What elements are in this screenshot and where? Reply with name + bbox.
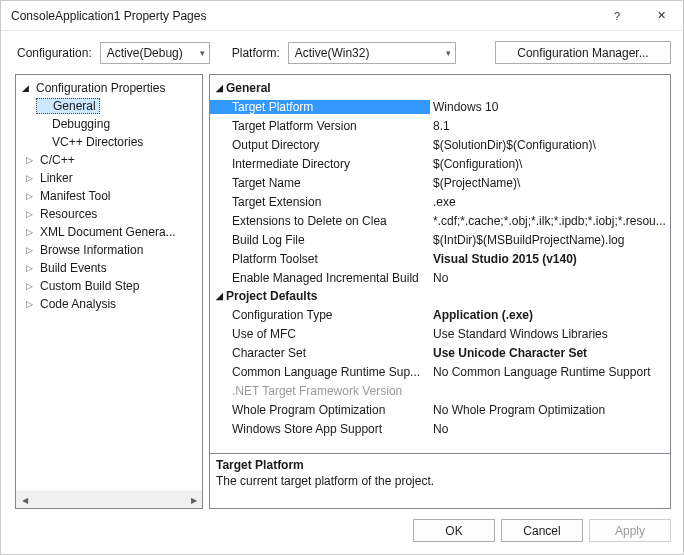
group-name: General [226, 81, 271, 95]
tree-root[interactable]: ◢Configuration Properties [16, 79, 202, 97]
tree-item-label: Manifest Tool [36, 188, 114, 204]
group-header[interactable]: ◢Project Defaults [210, 287, 670, 305]
tree-item[interactable]: ▷Code Analysis [16, 295, 202, 313]
property-value[interactable]: Application (.exe) [430, 308, 670, 322]
property-value[interactable]: 8.1 [430, 119, 670, 133]
help-button[interactable]: ? [595, 1, 639, 31]
tree-item[interactable]: ▷Build Events [16, 259, 202, 277]
property-value[interactable]: Visual Studio 2015 (v140) [430, 252, 670, 266]
property-name: Build Log File [210, 233, 430, 247]
property-row[interactable]: .NET Target Framework Version [210, 381, 670, 400]
tree-item[interactable]: ▷Browse Information [16, 241, 202, 259]
property-row[interactable]: Target Name$(ProjectName)\ [210, 173, 670, 192]
property-value[interactable]: Use Unicode Character Set [430, 346, 670, 360]
chevron-down-icon: ▾ [200, 48, 205, 58]
property-row[interactable]: Output Directory$(SolutionDir)$(Configur… [210, 135, 670, 154]
titlebar: ConsoleApplication1 Property Pages ? ✕ [1, 1, 683, 31]
tree-toggle-icon[interactable]: ▷ [22, 261, 36, 275]
tree-item[interactable]: ▷Linker [16, 169, 202, 187]
tree-item[interactable]: ▷Resources [16, 205, 202, 223]
tree-toggle-icon[interactable]: ▷ [22, 225, 36, 239]
property-value[interactable]: No Whole Program Optimization [430, 403, 670, 417]
property-row[interactable]: Intermediate Directory$(Configuration)\ [210, 154, 670, 173]
property-value[interactable]: $(ProjectName)\ [430, 176, 670, 190]
property-row[interactable]: Character SetUse Unicode Character Set [210, 343, 670, 362]
group-toggle-icon[interactable]: ◢ [212, 83, 226, 93]
property-row[interactable]: Windows Store App SupportNo [210, 419, 670, 438]
config-tree[interactable]: ◢Configuration PropertiesGeneralDebuggin… [15, 74, 203, 509]
property-name: Windows Store App Support [210, 422, 430, 436]
property-row[interactable]: Target Platform Version8.1 [210, 116, 670, 135]
apply-button[interactable]: Apply [589, 519, 671, 542]
property-row[interactable]: Build Log File$(IntDir)$(MSBuildProjectN… [210, 230, 670, 249]
property-row[interactable]: Configuration TypeApplication (.exe) [210, 305, 670, 324]
property-name: Platform Toolset [210, 252, 430, 266]
property-value[interactable]: *.cdf;*.cache;*.obj;*.ilk;*.ipdb;*.iobj;… [430, 214, 670, 228]
property-name: Target Extension [210, 195, 430, 209]
property-row[interactable]: Whole Program OptimizationNo Whole Progr… [210, 400, 670, 419]
property-value[interactable]: Use Standard Windows Libraries [430, 327, 670, 341]
config-tree-inner: ◢Configuration PropertiesGeneralDebuggin… [16, 75, 202, 491]
tree-toggle-icon[interactable]: ▷ [22, 297, 36, 311]
tree-item-label: General [36, 98, 100, 114]
tree-toggle-icon[interactable]: ▷ [22, 243, 36, 257]
tree-item[interactable]: ▷C/C++ [16, 151, 202, 169]
property-name: Configuration Type [210, 308, 430, 322]
property-row[interactable]: Enable Managed Incremental BuildNo [210, 268, 670, 287]
group-header[interactable]: ◢General [210, 79, 670, 97]
tree-toggle-icon[interactable]: ▷ [22, 207, 36, 221]
property-value[interactable]: $(SolutionDir)$(Configuration)\ [430, 138, 670, 152]
scroll-right-icon[interactable]: ▶ [185, 492, 202, 509]
property-grid[interactable]: ◢GeneralTarget PlatformWindows 10Target … [209, 74, 671, 454]
property-name: .NET Target Framework Version [210, 384, 430, 398]
tree-item[interactable]: ▷XML Document Genera... [16, 223, 202, 241]
configuration-bar: Configuration: Active(Debug) ▾ Platform:… [1, 31, 683, 74]
tree-toggle-icon[interactable]: ▷ [22, 153, 36, 167]
property-value[interactable]: $(Configuration)\ [430, 157, 670, 171]
tree-item-label: Linker [36, 170, 77, 186]
tree-toggle-icon[interactable]: ▷ [22, 189, 36, 203]
property-row[interactable]: Target Extension.exe [210, 192, 670, 211]
tree-item-label: XML Document Genera... [36, 224, 180, 240]
property-value[interactable]: .exe [430, 195, 670, 209]
tree-toggle-icon[interactable]: ▷ [22, 171, 36, 185]
property-value[interactable]: No [430, 422, 670, 436]
property-value[interactable]: $(IntDir)$(MSBuildProjectName).log [430, 233, 670, 247]
tree-item[interactable]: Debugging [16, 115, 202, 133]
tree-toggle-icon[interactable]: ◢ [18, 81, 32, 95]
tree-item[interactable]: VC++ Directories [16, 133, 202, 151]
property-row[interactable]: Target PlatformWindows 10 [210, 97, 670, 116]
configuration-label: Configuration: [17, 46, 92, 60]
property-name: Enable Managed Incremental Build [210, 271, 430, 285]
property-name: Whole Program Optimization [210, 403, 430, 417]
dialog-footer: OK Cancel Apply [1, 509, 683, 554]
description-title: Target Platform [216, 458, 664, 472]
property-value[interactable]: Windows 10 [430, 100, 670, 114]
cancel-button[interactable]: Cancel [501, 519, 583, 542]
ok-button[interactable]: OK [413, 519, 495, 542]
tree-item[interactable]: ▷Manifest Tool [16, 187, 202, 205]
property-row[interactable]: Extensions to Delete on Clea*.cdf;*.cach… [210, 211, 670, 230]
tree-hscrollbar[interactable]: ◀ ▶ [16, 491, 202, 508]
tree-item-label: Custom Build Step [36, 278, 143, 294]
platform-value: Active(Win32) [295, 46, 370, 60]
platform-label: Platform: [232, 46, 280, 60]
property-value[interactable]: No [430, 271, 670, 285]
configuration-dropdown[interactable]: Active(Debug) ▾ [100, 42, 210, 64]
property-value[interactable]: No Common Language Runtime Support [430, 365, 670, 379]
group-toggle-icon[interactable]: ◢ [212, 291, 226, 301]
property-row[interactable]: Use of MFCUse Standard Windows Libraries [210, 324, 670, 343]
scroll-left-icon[interactable]: ◀ [16, 492, 33, 509]
group-name: Project Defaults [226, 289, 317, 303]
close-button[interactable]: ✕ [639, 1, 683, 31]
tree-item[interactable]: General [16, 97, 202, 115]
tree-toggle-icon[interactable]: ▷ [22, 279, 36, 293]
tree-item-label: Resources [36, 206, 101, 222]
property-row[interactable]: Platform ToolsetVisual Studio 2015 (v140… [210, 249, 670, 268]
configuration-manager-button[interactable]: Configuration Manager... [495, 41, 671, 64]
tree-item[interactable]: ▷Custom Build Step [16, 277, 202, 295]
platform-dropdown[interactable]: Active(Win32) ▾ [288, 42, 456, 64]
window-title: ConsoleApplication1 Property Pages [11, 9, 206, 23]
property-row[interactable]: Common Language Runtime Sup...No Common … [210, 362, 670, 381]
property-name: Target Platform [210, 100, 430, 114]
